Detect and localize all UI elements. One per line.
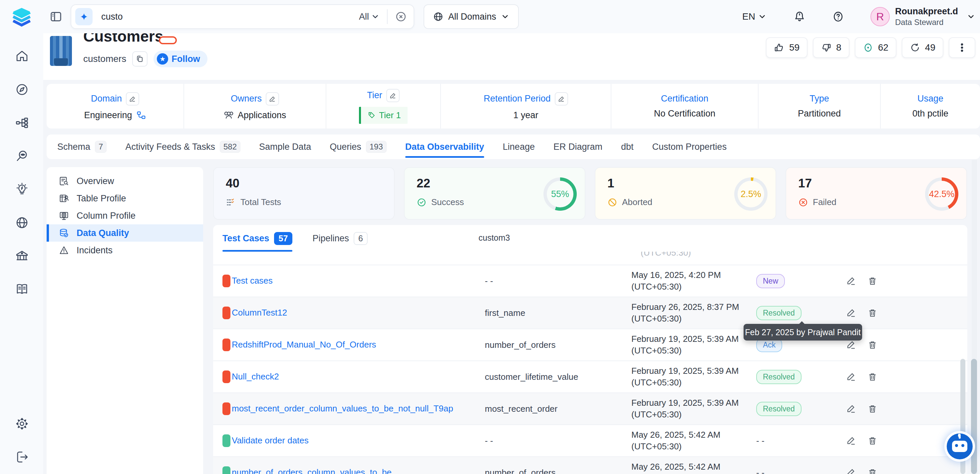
tab-custom-properties[interactable]: Custom Properties — [652, 135, 727, 159]
tab-lineage[interactable]: Lineage — [503, 135, 535, 159]
edit-icon[interactable] — [846, 340, 856, 350]
test-case-link[interactable]: RedshiftProd_Manual_No_Of_Orders — [232, 339, 376, 350]
edit-tier-icon[interactable] — [386, 89, 399, 102]
tab-dbt[interactable]: dbt — [621, 135, 634, 159]
subnav-item-data-quality[interactable]: Data Quality — [47, 224, 203, 242]
edit-domain-icon[interactable] — [126, 92, 139, 105]
all-domains-dropdown[interactable]: All Domains — [423, 4, 519, 29]
delete-icon[interactable] — [867, 340, 877, 350]
app-rail — [0, 0, 43, 474]
observability-search-icon[interactable] — [15, 149, 30, 164]
status-badge[interactable]: Resolved — [756, 306, 802, 320]
glossary-book-icon[interactable] — [15, 282, 30, 297]
failed-label: Failed — [813, 197, 837, 207]
ai-sparkle-icon[interactable]: ✦ — [75, 8, 92, 25]
lineage-topology-icon[interactable] — [15, 116, 30, 130]
domains-globe-icon[interactable] — [15, 216, 30, 231]
subnav-item-column-profile[interactable]: Column Profile — [47, 207, 203, 224]
search-scope-dropdown[interactable]: All — [359, 12, 380, 22]
card-total-tests: 40 Total Tests — [213, 167, 395, 220]
edit-icon[interactable] — [846, 372, 856, 382]
globe-icon — [433, 11, 444, 22]
chevron-down-icon[interactable] — [967, 12, 975, 21]
search-value[interactable]: custo — [101, 12, 359, 22]
home-icon[interactable] — [15, 49, 30, 64]
help-icon[interactable] — [832, 10, 845, 23]
chat-bot-button[interactable] — [947, 433, 973, 460]
delete-icon[interactable] — [867, 308, 877, 318]
copy-icon[interactable] — [132, 51, 148, 67]
delete-icon[interactable] — [867, 404, 877, 414]
table-row[interactable]: most_recent_order_column_values_to_be_no… — [213, 393, 967, 425]
more-menu-button[interactable] — [949, 37, 975, 58]
page-scrollbar-thumb[interactable] — [971, 359, 977, 474]
edit-icon[interactable] — [846, 276, 856, 286]
delete-icon[interactable] — [867, 276, 877, 286]
explore-compass-icon[interactable] — [15, 83, 30, 97]
versions-button[interactable]: 49 — [902, 37, 943, 58]
follow-button[interactable]: ★ Follow — [154, 51, 207, 67]
tab-data-observability[interactable]: Data Observability — [405, 135, 484, 159]
language-dropdown[interactable]: EN — [742, 11, 767, 22]
insights-bulb-icon[interactable] — [15, 183, 30, 197]
tier-label: Tier — [367, 90, 382, 100]
tab-queries[interactable]: Queries193 — [330, 135, 387, 159]
test-case-link[interactable]: Validate order dates — [232, 435, 309, 445]
table-row[interactable]: Null_check2 customer_lifetime_value Febr… — [213, 361, 967, 393]
tag-icon — [368, 111, 375, 119]
total-tests-label: Total Tests — [240, 197, 281, 207]
subnav-item-overview[interactable]: Overview — [47, 172, 203, 190]
edit-icon[interactable] — [846, 404, 856, 414]
status-marker — [223, 434, 231, 447]
subnav-item-incidents[interactable]: Incidents — [47, 242, 203, 259]
user-info[interactable]: Rounakpreet.d Data Steward — [895, 6, 958, 27]
aborted-label: Aborted — [622, 197, 652, 207]
downvote-button[interactable]: 8 — [813, 37, 850, 58]
app-logo-icon[interactable] — [9, 4, 34, 29]
table-row[interactable]: number_of_orders_column_values_to_be_ nu… — [213, 457, 967, 474]
status-badge[interactable]: Resolved — [756, 370, 802, 384]
notifications-bell-icon[interactable] — [793, 10, 806, 23]
meta-domain: Domain Engineering — [47, 84, 183, 129]
test-case-link[interactable]: Test cases — [232, 275, 273, 286]
status-badge[interactable]: New — [756, 274, 785, 288]
logout-icon[interactable] — [15, 450, 30, 465]
x-circle-icon — [798, 197, 808, 207]
delete-icon[interactable] — [867, 436, 877, 446]
test-case-link[interactable]: ColumnTest12 — [232, 307, 287, 318]
user-avatar[interactable]: R — [870, 7, 890, 26]
delete-icon[interactable] — [867, 468, 877, 474]
edit-owners-icon[interactable] — [266, 92, 279, 105]
edit-icon[interactable] — [846, 468, 856, 474]
sidebar-toggle-icon[interactable] — [49, 10, 63, 23]
follow-label: Follow — [172, 54, 200, 64]
tab-sample-data[interactable]: Sample Data — [259, 135, 311, 159]
tab-pipelines[interactable]: Pipelines 6 — [312, 225, 367, 252]
test-case-link[interactable]: number_of_orders_column_values_to_be_ — [232, 467, 396, 474]
tab-er-diagram[interactable]: ER Diagram — [554, 135, 602, 159]
upvote-button[interactable]: 59 — [766, 37, 808, 58]
watchers-button[interactable]: 62 — [855, 37, 896, 58]
table-row[interactable]: Test cases - - May 16, 2025, 4:20 PM(UTC… — [213, 265, 967, 297]
owners-value: Applications — [238, 110, 286, 121]
status-badge[interactable]: Resolved — [756, 402, 802, 416]
govern-bank-icon[interactable] — [15, 249, 30, 264]
global-search-input[interactable]: ✦ custo All — [71, 4, 414, 29]
clear-search-icon[interactable] — [395, 11, 407, 23]
test-case-link[interactable]: Null_check2 — [232, 371, 279, 382]
tab-schema[interactable]: Schema7 — [57, 135, 107, 159]
divider — [387, 9, 388, 24]
subnav-item-table-profile[interactable]: Table Profile — [47, 190, 203, 207]
test-case-link[interactable]: most_recent_order_column_values_to_be_no… — [232, 403, 453, 414]
tab-count-badge: 193 — [366, 141, 387, 153]
edit-retention-icon[interactable] — [555, 92, 568, 105]
tier-badge[interactable]: Tier 1 — [359, 107, 407, 124]
table-row[interactable]: Validate order dates - - May 26, 2025, 5… — [213, 425, 967, 457]
column-cell: - - — [485, 436, 632, 446]
delete-icon[interactable] — [867, 372, 877, 382]
tab-test-cases[interactable]: Test Cases 57 — [223, 225, 293, 252]
edit-icon[interactable] — [846, 436, 856, 446]
settings-gear-icon[interactable] — [15, 417, 30, 431]
edit-icon[interactable] — [846, 308, 856, 318]
tab-activity-feeds[interactable]: Activity Feeds & Tasks582 — [125, 135, 240, 159]
